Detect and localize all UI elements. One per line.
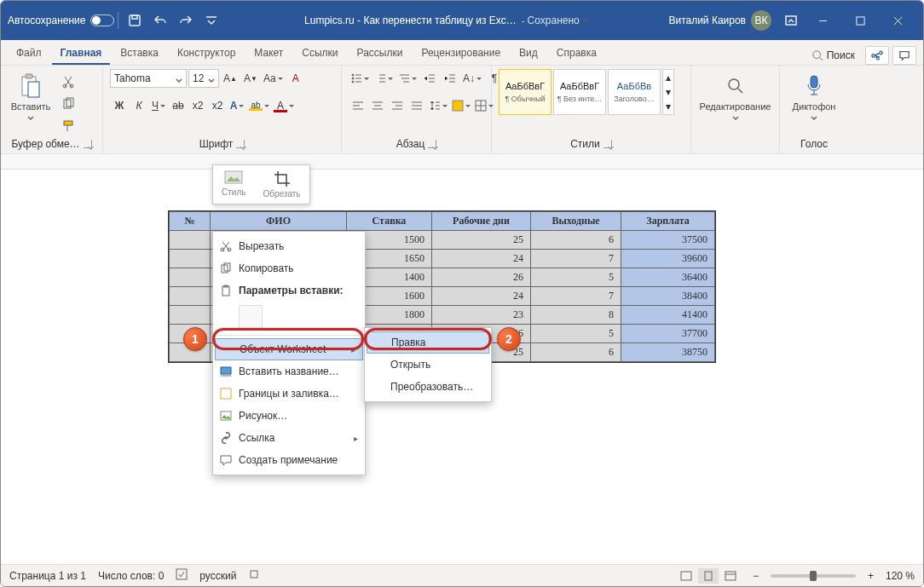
col-header-rate: Ставка (347, 212, 432, 231)
macro-icon[interactable] (248, 568, 260, 583)
menu-borders[interactable]: Границы и заливка… (213, 383, 365, 405)
bold-button[interactable]: Ж (110, 96, 129, 115)
minimize-button[interactable] (804, 8, 841, 33)
highlight-icon[interactable]: ab (247, 96, 271, 115)
clear-format-icon[interactable]: A (286, 69, 305, 88)
shading-icon[interactable] (450, 96, 472, 115)
menu-link[interactable]: Ссылка ▸ (213, 427, 365, 449)
crop-icon (274, 170, 291, 187)
mic-icon (800, 72, 828, 100)
numbering-icon[interactable] (372, 69, 395, 88)
zoom-out-icon[interactable]: − (753, 570, 759, 582)
spellcheck-icon[interactable] (176, 568, 188, 583)
menu-cut[interactable]: Вырезать (213, 235, 365, 257)
strike-button[interactable]: ab (169, 96, 188, 115)
tab-help[interactable]: Справка (548, 42, 605, 65)
styles-gallery[interactable]: АаБбВвГ¶ Обычный АаБбВвГ¶ Без инте… АаБб… (499, 69, 674, 115)
mini-toolbar: Стиль Обрезать (212, 164, 310, 204)
tab-mailings[interactable]: Рассылки (349, 42, 412, 65)
indent-decrease-icon[interactable] (420, 69, 439, 88)
status-page[interactable]: Страница 1 из 1 (9, 570, 86, 582)
user-account[interactable]: Виталий Каиров ВК (668, 10, 771, 31)
grow-font-icon[interactable]: A▲ (221, 69, 240, 88)
bullets-icon[interactable] (349, 69, 371, 88)
undo-icon[interactable] (153, 13, 168, 28)
superscript-button[interactable]: x2 (208, 96, 227, 115)
redo-icon[interactable] (178, 13, 193, 28)
style-no-spacing[interactable]: АаБбВвГ¶ Без инте… (553, 69, 606, 115)
align-justify-icon[interactable] (407, 96, 426, 115)
text-effects-icon[interactable]: A (228, 96, 246, 115)
style-heading[interactable]: АаБбВвЗаголово… (608, 69, 661, 115)
tab-view[interactable]: Вид (511, 42, 546, 65)
menu-picture[interactable]: Рисунок… (213, 405, 365, 427)
font-size-select[interactable]: 12 (188, 69, 219, 88)
align-center-icon[interactable] (368, 96, 387, 115)
clipboard-icon (218, 283, 234, 298)
menu-insert-caption[interactable]: Вставить название… (213, 360, 365, 383)
font-name-select[interactable]: Tahoma (110, 69, 187, 88)
styles-launcher[interactable] (603, 140, 612, 148)
mini-crop-button[interactable]: Обрезать (257, 169, 305, 200)
menu-copy[interactable]: Копировать (213, 257, 365, 279)
titlebar: Автосохранение Lumpics.ru - Как перенест… (1, 1, 923, 40)
dictate-button[interactable]: Диктофон (791, 69, 837, 124)
paragraph-launcher[interactable] (428, 140, 436, 148)
copy-icon[interactable] (59, 95, 78, 113)
view-focus-icon[interactable] (676, 568, 696, 584)
submenu-convert[interactable]: Преобразовать… (365, 376, 491, 398)
shrink-font-icon[interactable]: A▼ (241, 69, 260, 88)
col-header-fio: ФИО (211, 212, 347, 231)
paste-option-keep[interactable] (239, 305, 263, 329)
horizontal-ruler[interactable] (1, 154, 923, 170)
line-spacing-icon[interactable] (427, 96, 449, 115)
tab-file[interactable]: Файл (8, 42, 50, 65)
save-status[interactable]: - Сохранено (522, 14, 589, 26)
view-print-icon[interactable] (698, 568, 719, 584)
font-launcher[interactable] (236, 140, 245, 148)
toggle-switch[interactable] (90, 14, 114, 26)
indent-increase-icon[interactable] (441, 69, 459, 88)
editing-dropdown[interactable]: Редактирование (697, 69, 774, 124)
mini-style-button[interactable]: Стиль (217, 169, 251, 200)
qat-customize-icon[interactable] (204, 13, 219, 28)
status-words[interactable]: Число слов: 0 (98, 570, 164, 582)
save-icon[interactable] (127, 13, 142, 28)
zoom-in-icon[interactable]: + (868, 570, 874, 582)
subscript-button[interactable]: x2 (188, 96, 207, 115)
submenu-open[interactable]: Открыть (365, 354, 491, 376)
tab-layout[interactable]: Макет (245, 42, 292, 65)
align-right-icon[interactable] (388, 96, 407, 115)
multilevel-icon[interactable] (396, 69, 419, 88)
autosave-toggle[interactable]: Автосохранение (8, 14, 114, 26)
underline-button[interactable]: Ч (149, 96, 168, 115)
styles-more[interactable]: ▴▾▾ (662, 69, 674, 115)
clipboard-launcher[interactable] (84, 140, 92, 148)
zoom-level[interactable]: 120 % (886, 570, 915, 582)
sort-icon[interactable]: А↓ (461, 69, 483, 88)
menu-new-comment[interactable]: Создать примечание (213, 449, 365, 471)
format-painter-icon[interactable] (59, 117, 78, 135)
tab-home[interactable]: Главная (52, 42, 111, 65)
tab-review[interactable]: Рецензирование (413, 42, 509, 65)
status-language[interactable]: русский (199, 570, 236, 582)
view-web-icon[interactable] (720, 568, 741, 584)
style-normal[interactable]: АаБбВвГ¶ Обычный (499, 69, 552, 115)
tab-design[interactable]: Конструктор (169, 42, 244, 65)
change-case-icon[interactable]: Aa (262, 69, 285, 88)
search-box[interactable]: Поиск (805, 46, 862, 65)
ribbon-display-icon[interactable] (783, 13, 799, 28)
zoom-slider[interactable] (771, 574, 856, 578)
tab-insert[interactable]: Вставка (112, 42, 167, 65)
comments-button[interactable] (892, 46, 916, 65)
italic-button[interactable]: К (130, 96, 148, 115)
close-button[interactable] (879, 8, 916, 33)
align-left-icon[interactable] (349, 96, 367, 115)
paste-button[interactable]: Вставить (8, 69, 54, 124)
maximize-button[interactable] (841, 8, 879, 33)
share-button[interactable] (865, 46, 889, 65)
cut-icon[interactable] (59, 72, 78, 91)
tab-references[interactable]: Ссылки (293, 42, 346, 65)
font-color-icon[interactable]: A (272, 96, 296, 115)
svg-point-4 (812, 51, 820, 59)
